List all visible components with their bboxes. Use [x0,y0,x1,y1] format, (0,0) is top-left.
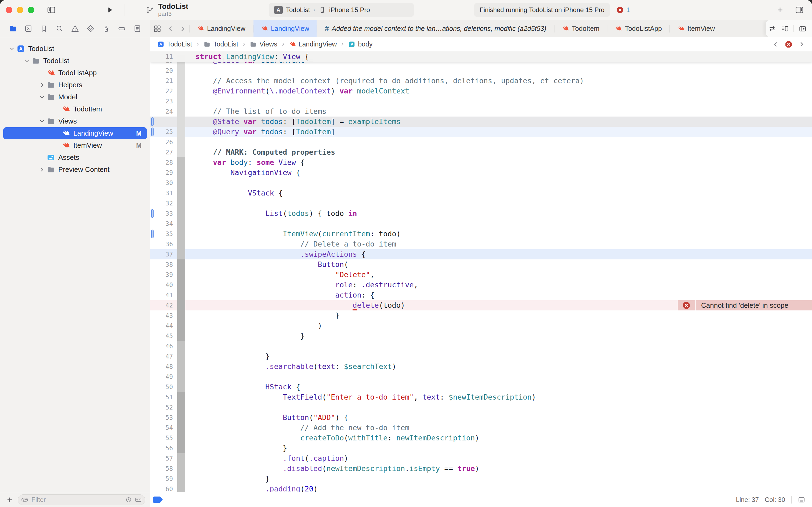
previous-issue-button[interactable] [772,41,779,48]
find-icon[interactable] [54,23,65,35]
code-line-28[interactable]: 28 var body: some View { [151,157,812,168]
line-number[interactable]: 24 [151,108,177,115]
project-navigator-icon[interactable] [7,23,18,35]
code-line-52[interactable]: 52 [151,402,812,412]
code-line-50[interactable]: 50 HStack { [151,382,812,392]
code-line-48[interactable]: 48 .searchable(text: $searchText) [151,361,812,372]
next-issue-button[interactable] [799,41,805,48]
line-number[interactable]: 27 [151,149,177,156]
sidebar-item-preview-content[interactable]: Preview Content [3,164,147,176]
line-number[interactable]: 35 [151,230,177,237]
code-line-55[interactable]: 55 createToDo(withTitle: newItemDescript… [151,433,812,443]
code-line-45[interactable]: 45 } [151,331,812,341]
close-button[interactable] [6,7,12,13]
line-number[interactable]: 52 [151,404,177,411]
line-number[interactable]: 32 [151,200,177,207]
line-number[interactable]: 43 [151,312,177,319]
scheme-sel ector[interactable]: A TodoList › iPhone 15 Pro [269,3,414,17]
add-editor-split-icon[interactable] [799,25,807,33]
code-line-32[interactable]: 32 [151,198,812,208]
tab-landingview[interactable]: LandingView [189,20,253,37]
toggle-left-sidebar-button[interactable] [47,5,56,14]
sidebar-item-todolist[interactable]: TodoList [3,55,147,67]
sidebar-item-assets[interactable]: Assets [3,152,147,164]
line-number[interactable]: 60 [151,486,177,492]
disclosure-open-icon[interactable] [7,46,17,52]
error-count[interactable]: 1 [616,6,630,14]
line-number[interactable]: 29 [151,169,177,176]
code-line-38[interactable]: 38 Button( [151,260,812,270]
bookmarks-icon[interactable] [39,23,49,35]
line-number[interactable]: 50 [151,384,177,390]
filter-input[interactable] [31,496,123,504]
code-line-33[interactable]: 33 List(todos) { todo in [151,208,812,219]
line-number[interactable]: 39 [151,271,177,278]
breakpoint-indicator[interactable] [153,497,163,503]
code-line-59[interactable]: 59 } [151,474,812,484]
disclosure-open-icon[interactable] [22,58,32,64]
code-line-56[interactable]: 56 } [151,443,812,453]
go-back-button[interactable] [164,20,177,37]
line-number[interactable]: 26 [151,138,177,146]
sidebar-item-todoitem[interactable]: TodoItem [3,103,147,115]
code-line-21[interactable]: 21 // Access the model context (required… [151,76,812,86]
go-forward-button[interactable] [177,20,189,37]
line-number[interactable]: 56 [151,445,177,452]
column-indicator[interactable]: Col: 30 [765,496,785,504]
sidebar-item-itemview[interactable]: ItemViewM [3,139,147,152]
tab-itemview[interactable]: ItemView [670,20,722,37]
line-number[interactable]: 51 [151,394,177,401]
code-line-53[interactable]: 53 Button("ADD") { [151,412,812,423]
run-button[interactable] [106,6,114,14]
code-line-24[interactable]: 24 // The list of to-do items [151,106,812,117]
related-items-swap-icon[interactable] [768,25,776,33]
line-number[interactable]: 36 [151,241,177,247]
code-line-25[interactable]: 25 @Query var todos: [TodoItem] [151,127,812,137]
disclosure-closed-icon[interactable] [37,82,47,88]
line-number[interactable]: 37 [151,251,177,258]
line-number[interactable]: 34 [151,220,177,227]
disclosure-open-icon[interactable] [37,94,47,100]
line-number[interactable]: 45 [151,332,177,339]
line-number[interactable]: 57 [151,455,177,462]
code-line-46[interactable]: 46 [151,341,812,351]
issues-icon[interactable] [70,23,80,35]
reports-icon[interactable] [132,23,142,35]
issue-error-icon[interactable] [785,40,793,48]
code-line-22[interactable]: 22 @Environment(\.modelContext) var mode… [151,86,812,96]
breadcrumb-item-body[interactable]: body [348,40,372,48]
line-number[interactable]: 42 [151,302,177,309]
tab-landingview[interactable]: LandingView [253,20,317,37]
code-line-41[interactable]: 41 action: { [151,290,812,300]
code-line-29[interactable]: 29 NavigationView { [151,168,812,178]
tab-added-the-model-context-to-the-lan-ations-[interactable]: #Added the model context to the lan…atio… [317,20,554,37]
sidebar-item-model[interactable]: Model [3,91,147,103]
line-number[interactable]: 49 [151,373,177,380]
line-number[interactable]: 20 [151,67,177,74]
code-line-54[interactable]: 54 // Add the new to-do item [151,423,812,433]
bottom-bar-toggle-icon[interactable] [798,496,806,504]
tests-icon[interactable] [85,23,96,35]
code-line-34[interactable]: 34 [151,219,812,229]
error-banner[interactable]: Cannot find 'delete' in scope [678,300,812,311]
line-number[interactable]: 46 [151,343,177,350]
breadcrumb-item-todolist[interactable]: TodoList [157,40,192,48]
source-control-icon[interactable] [23,23,34,35]
code-line-58[interactable]: 58 .disabled(newItemDescription.isEmpty … [151,463,812,474]
line-number[interactable]: 22 [151,88,177,95]
source-editor[interactable]: 19 @State var searchText =2021 // Access… [151,51,812,492]
line-number[interactable]: 48 [151,363,177,370]
line-number[interactable]: 41 [151,292,177,299]
sidebar-item-views[interactable]: Views [3,115,147,127]
code-line-49[interactable]: 49 [151,372,812,382]
tab-todolistapp[interactable]: TodoListApp [607,20,670,37]
breakpoints-icon[interactable] [116,23,127,35]
line-number[interactable]: 21 [151,77,177,84]
code-line-35[interactable]: 35 ItemView(currentItem: todo) [151,229,812,239]
code-line-23[interactable]: 23 [151,96,812,106]
recents-clock-icon[interactable] [125,496,132,503]
breadcrumb-item-landingview[interactable]: LandingView [289,40,337,48]
code-line-43[interactable]: 43 } [151,311,812,321]
code-line-deleted[interactable]: @State var todos: [TodoItem] = exampleIt… [151,117,812,127]
code-line-57[interactable]: 57 .font(.caption) [151,453,812,463]
